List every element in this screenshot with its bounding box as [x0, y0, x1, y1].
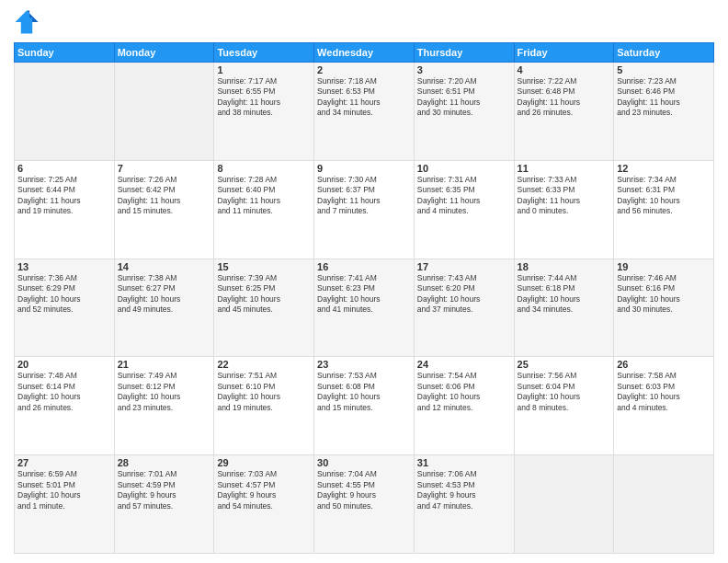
- calendar-cell: 25Sunrise: 7:56 AM Sunset: 6:04 PM Dayli…: [514, 357, 614, 455]
- day-number: 23: [317, 359, 411, 370]
- calendar-cell: [15, 63, 115, 161]
- day-number: 10: [417, 163, 511, 174]
- day-number: 28: [118, 457, 211, 468]
- day-info: Sunrise: 7:22 AM Sunset: 6:48 PM Dayligh…: [518, 76, 611, 119]
- day-number: 7: [118, 163, 211, 174]
- calendar-cell: 20Sunrise: 7:48 AM Sunset: 6:14 PM Dayli…: [15, 357, 115, 455]
- calendar-cell: 21Sunrise: 7:49 AM Sunset: 6:12 PM Dayli…: [114, 357, 214, 455]
- weekday-header: Monday: [114, 43, 214, 63]
- calendar-week-row: 20Sunrise: 7:48 AM Sunset: 6:14 PM Dayli…: [15, 357, 714, 455]
- day-number: 12: [617, 163, 711, 174]
- calendar-cell: 3Sunrise: 7:20 AM Sunset: 6:51 PM Daylig…: [414, 63, 514, 161]
- calendar-cell: 2Sunrise: 7:18 AM Sunset: 6:53 PM Daylig…: [314, 63, 415, 161]
- day-info: Sunrise: 7:39 AM Sunset: 6:25 PM Dayligh…: [217, 273, 311, 316]
- calendar-cell: 24Sunrise: 7:54 AM Sunset: 6:06 PM Dayli…: [414, 357, 514, 455]
- day-info: Sunrise: 7:56 AM Sunset: 6:04 PM Dayligh…: [518, 371, 611, 413]
- calendar-cell: [514, 455, 614, 554]
- day-number: 16: [317, 261, 411, 272]
- day-number: 25: [518, 359, 611, 370]
- calendar-cell: 10Sunrise: 7:31 AM Sunset: 6:35 PM Dayli…: [414, 160, 514, 259]
- weekday-header: Tuesday: [214, 43, 314, 63]
- weekday-header: Sunday: [15, 43, 115, 63]
- day-info: Sunrise: 7:36 AM Sunset: 6:29 PM Dayligh…: [17, 273, 111, 316]
- calendar-cell: 22Sunrise: 7:51 AM Sunset: 6:10 PM Dayli…: [214, 357, 314, 455]
- calendar-cell: 6Sunrise: 7:25 AM Sunset: 6:44 PM Daylig…: [15, 160, 115, 259]
- day-info: Sunrise: 7:49 AM Sunset: 6:12 PM Dayligh…: [118, 371, 211, 413]
- day-number: 29: [217, 457, 311, 468]
- day-info: Sunrise: 7:38 AM Sunset: 6:27 PM Dayligh…: [118, 273, 211, 316]
- calendar: SundayMondayTuesdayWednesdayThursdayFrid…: [14, 42, 714, 554]
- calendar-cell: 26Sunrise: 7:58 AM Sunset: 6:03 PM Dayli…: [614, 357, 714, 455]
- calendar-cell: 23Sunrise: 7:53 AM Sunset: 6:08 PM Dayli…: [314, 357, 415, 455]
- header: [14, 9, 714, 35]
- day-info: Sunrise: 7:01 AM Sunset: 4:59 PM Dayligh…: [118, 469, 211, 511]
- day-info: Sunrise: 7:20 AM Sunset: 6:51 PM Dayligh…: [417, 76, 511, 119]
- day-number: 9: [317, 163, 411, 174]
- day-number: 13: [17, 261, 111, 272]
- day-info: Sunrise: 7:31 AM Sunset: 6:35 PM Dayligh…: [417, 175, 511, 217]
- calendar-week-row: 6Sunrise: 7:25 AM Sunset: 6:44 PM Daylig…: [15, 160, 714, 259]
- day-info: Sunrise: 7:28 AM Sunset: 6:40 PM Dayligh…: [217, 175, 311, 217]
- logo-icon: [14, 9, 40, 35]
- weekday-header: Saturday: [614, 43, 714, 63]
- day-number: 8: [217, 163, 311, 174]
- day-info: Sunrise: 7:34 AM Sunset: 6:31 PM Dayligh…: [617, 175, 711, 217]
- day-number: 1: [217, 64, 311, 75]
- day-number: 26: [617, 359, 711, 370]
- day-info: Sunrise: 7:58 AM Sunset: 6:03 PM Dayligh…: [617, 371, 711, 413]
- calendar-cell: 29Sunrise: 7:03 AM Sunset: 4:57 PM Dayli…: [214, 455, 314, 554]
- calendar-cell: 18Sunrise: 7:44 AM Sunset: 6:18 PM Dayli…: [514, 259, 614, 357]
- calendar-cell: [614, 455, 714, 554]
- day-info: Sunrise: 7:06 AM Sunset: 4:53 PM Dayligh…: [417, 469, 511, 511]
- day-number: 11: [518, 163, 611, 174]
- day-info: Sunrise: 7:04 AM Sunset: 4:55 PM Dayligh…: [317, 469, 411, 511]
- calendar-cell: 9Sunrise: 7:30 AM Sunset: 6:37 PM Daylig…: [314, 160, 415, 259]
- day-info: Sunrise: 7:23 AM Sunset: 6:46 PM Dayligh…: [617, 76, 711, 119]
- calendar-cell: 30Sunrise: 7:04 AM Sunset: 4:55 PM Dayli…: [314, 455, 415, 554]
- weekday-header: Wednesday: [314, 43, 415, 63]
- calendar-cell: 19Sunrise: 7:46 AM Sunset: 6:16 PM Dayli…: [614, 259, 714, 357]
- calendar-cell: 15Sunrise: 7:39 AM Sunset: 6:25 PM Dayli…: [214, 259, 314, 357]
- day-number: 15: [217, 261, 311, 272]
- day-info: Sunrise: 7:26 AM Sunset: 6:42 PM Dayligh…: [118, 175, 211, 217]
- day-info: Sunrise: 7:25 AM Sunset: 6:44 PM Dayligh…: [17, 175, 111, 217]
- calendar-cell: 1Sunrise: 7:17 AM Sunset: 6:55 PM Daylig…: [214, 63, 314, 161]
- day-number: 24: [417, 359, 511, 370]
- logo: [14, 9, 43, 35]
- day-number: 17: [417, 261, 511, 272]
- day-info: Sunrise: 7:44 AM Sunset: 6:18 PM Dayligh…: [518, 273, 611, 316]
- day-number: 2: [317, 64, 411, 75]
- day-number: 27: [17, 457, 111, 468]
- calendar-cell: 16Sunrise: 7:41 AM Sunset: 6:23 PM Dayli…: [314, 259, 415, 357]
- day-info: Sunrise: 7:48 AM Sunset: 6:14 PM Dayligh…: [17, 371, 111, 413]
- calendar-cell: 4Sunrise: 7:22 AM Sunset: 6:48 PM Daylig…: [514, 63, 614, 161]
- day-info: Sunrise: 7:46 AM Sunset: 6:16 PM Dayligh…: [617, 273, 711, 316]
- day-info: Sunrise: 7:41 AM Sunset: 6:23 PM Dayligh…: [317, 273, 411, 316]
- calendar-cell: 28Sunrise: 7:01 AM Sunset: 4:59 PM Dayli…: [114, 455, 214, 554]
- weekday-header: Friday: [514, 43, 614, 63]
- day-info: Sunrise: 7:30 AM Sunset: 6:37 PM Dayligh…: [317, 175, 411, 217]
- weekday-header: Thursday: [414, 43, 514, 63]
- day-info: Sunrise: 7:43 AM Sunset: 6:20 PM Dayligh…: [417, 273, 511, 316]
- calendar-cell: 14Sunrise: 7:38 AM Sunset: 6:27 PM Dayli…: [114, 259, 214, 357]
- day-number: 30: [317, 457, 411, 468]
- day-number: 6: [17, 163, 111, 174]
- calendar-week-row: 27Sunrise: 6:59 AM Sunset: 5:01 PM Dayli…: [15, 455, 714, 554]
- day-info: Sunrise: 7:03 AM Sunset: 4:57 PM Dayligh…: [217, 469, 311, 511]
- day-number: 3: [417, 64, 511, 75]
- calendar-cell: 7Sunrise: 7:26 AM Sunset: 6:42 PM Daylig…: [114, 160, 214, 259]
- calendar-week-row: 1Sunrise: 7:17 AM Sunset: 6:55 PM Daylig…: [15, 63, 714, 161]
- day-number: 4: [518, 64, 611, 75]
- day-info: Sunrise: 6:59 AM Sunset: 5:01 PM Dayligh…: [17, 469, 111, 511]
- calendar-cell: 12Sunrise: 7:34 AM Sunset: 6:31 PM Dayli…: [614, 160, 714, 259]
- page: SundayMondayTuesdayWednesdayThursdayFrid…: [0, 0, 728, 563]
- calendar-cell: 13Sunrise: 7:36 AM Sunset: 6:29 PM Dayli…: [15, 259, 115, 357]
- day-info: Sunrise: 7:54 AM Sunset: 6:06 PM Dayligh…: [417, 371, 511, 413]
- day-info: Sunrise: 7:33 AM Sunset: 6:33 PM Dayligh…: [518, 175, 611, 217]
- day-number: 31: [417, 457, 511, 468]
- day-info: Sunrise: 7:17 AM Sunset: 6:55 PM Dayligh…: [217, 76, 311, 119]
- calendar-header-row: SundayMondayTuesdayWednesdayThursdayFrid…: [15, 43, 714, 63]
- day-info: Sunrise: 7:51 AM Sunset: 6:10 PM Dayligh…: [217, 371, 311, 413]
- day-info: Sunrise: 7:53 AM Sunset: 6:08 PM Dayligh…: [317, 371, 411, 413]
- day-number: 21: [118, 359, 211, 370]
